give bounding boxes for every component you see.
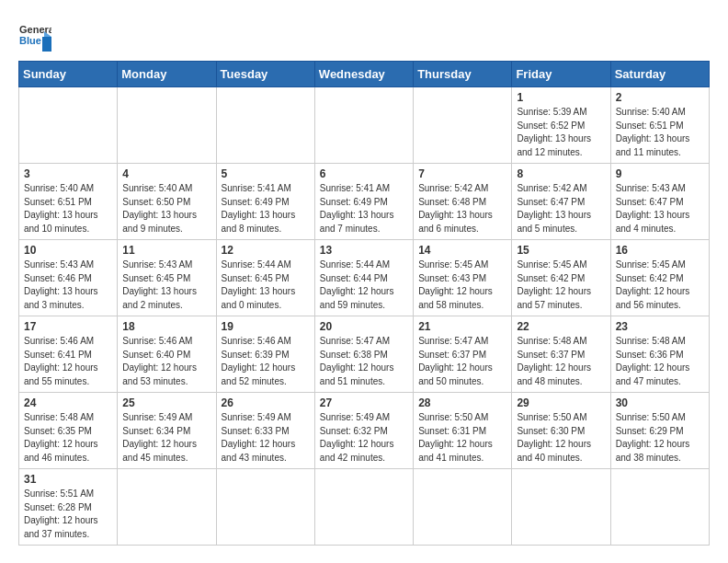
calendar-cell: 18Sunrise: 5:46 AM Sunset: 6:40 PM Dayli… [118, 316, 216, 393]
calendar-cell: 4Sunrise: 5:40 AM Sunset: 6:50 PM Daylig… [118, 164, 216, 240]
day-info: Sunrise: 5:48 AM Sunset: 6:36 PM Dayligh… [616, 335, 704, 388]
calendar-cell: 9Sunrise: 5:43 AM Sunset: 6:47 PM Daylig… [610, 164, 709, 240]
calendar-week-2: 3Sunrise: 5:40 AM Sunset: 6:51 PM Daylig… [19, 164, 710, 240]
calendar-cell [414, 87, 512, 164]
day-number: 23 [616, 320, 704, 333]
logo: General Blue [18, 18, 51, 52]
day-info: Sunrise: 5:41 AM Sunset: 6:49 PM Dayligh… [222, 182, 310, 236]
day-number: 20 [320, 320, 408, 333]
day-number: 24 [24, 396, 112, 409]
day-info: Sunrise: 5:46 AM Sunset: 6:41 PM Dayligh… [24, 335, 112, 388]
calendar-cell: 1Sunrise: 5:39 AM Sunset: 6:52 PM Daylig… [512, 87, 610, 164]
day-number: 3 [24, 167, 112, 180]
calendar-week-5: 24Sunrise: 5:48 AM Sunset: 6:35 PM Dayli… [19, 393, 710, 469]
calendar-cell: 16Sunrise: 5:45 AM Sunset: 6:42 PM Dayli… [610, 240, 709, 316]
day-number: 12 [222, 244, 310, 257]
weekday-header-wednesday: Wednesday [314, 62, 413, 87]
day-number: 7 [418, 167, 506, 180]
calendar-cell: 10Sunrise: 5:43 AM Sunset: 6:46 PM Dayli… [19, 240, 118, 316]
calendar-cell: 3Sunrise: 5:40 AM Sunset: 6:51 PM Daylig… [19, 164, 118, 240]
calendar-cell: 25Sunrise: 5:49 AM Sunset: 6:34 PM Dayli… [118, 393, 216, 469]
calendar-cell: 31Sunrise: 5:51 AM Sunset: 6:28 PM Dayli… [19, 469, 118, 546]
calendar-cell [314, 87, 413, 164]
weekday-header-monday: Monday [118, 62, 216, 87]
day-number: 17 [24, 320, 112, 333]
day-number: 1 [517, 91, 605, 104]
day-info: Sunrise: 5:47 AM Sunset: 6:38 PM Dayligh… [320, 335, 408, 388]
day-info: Sunrise: 5:46 AM Sunset: 6:40 PM Dayligh… [122, 335, 210, 388]
calendar-cell: 2Sunrise: 5:40 AM Sunset: 6:51 PM Daylig… [610, 87, 709, 164]
day-info: Sunrise: 5:49 AM Sunset: 6:33 PM Dayligh… [222, 411, 310, 465]
weekday-header-thursday: Thursday [414, 62, 512, 87]
svg-text:Blue: Blue [19, 35, 41, 46]
calendar-cell: 12Sunrise: 5:44 AM Sunset: 6:45 PM Dayli… [216, 240, 314, 316]
weekday-header-tuesday: Tuesday [216, 62, 314, 87]
day-number: 9 [616, 167, 704, 180]
day-number: 6 [320, 167, 408, 180]
calendar-cell: 5Sunrise: 5:41 AM Sunset: 6:49 PM Daylig… [216, 164, 314, 240]
day-info: Sunrise: 5:45 AM Sunset: 6:42 PM Dayligh… [517, 259, 605, 312]
day-number: 5 [222, 167, 310, 180]
day-number: 11 [122, 244, 210, 257]
day-number: 10 [24, 244, 112, 257]
day-info: Sunrise: 5:51 AM Sunset: 6:28 PM Dayligh… [24, 488, 112, 541]
calendar-cell: 21Sunrise: 5:47 AM Sunset: 6:37 PM Dayli… [414, 316, 512, 393]
calendar-table: SundayMondayTuesdayWednesdayThursdayFrid… [18, 61, 710, 546]
calendar-cell: 28Sunrise: 5:50 AM Sunset: 6:31 PM Dayli… [414, 393, 512, 469]
day-number: 21 [418, 320, 506, 333]
day-number: 13 [320, 244, 408, 257]
day-number: 27 [320, 396, 408, 409]
calendar-cell: 20Sunrise: 5:47 AM Sunset: 6:38 PM Dayli… [314, 316, 413, 393]
weekday-header-saturday: Saturday [610, 62, 709, 87]
calendar-cell: 14Sunrise: 5:45 AM Sunset: 6:43 PM Dayli… [414, 240, 512, 316]
day-number: 29 [517, 396, 605, 409]
day-info: Sunrise: 5:41 AM Sunset: 6:49 PM Dayligh… [320, 182, 408, 236]
calendar-cell [19, 87, 118, 164]
day-number: 16 [616, 244, 704, 257]
calendar-cell [414, 469, 512, 546]
calendar-cell [610, 469, 709, 546]
calendar-cell: 29Sunrise: 5:50 AM Sunset: 6:30 PM Dayli… [512, 393, 610, 469]
day-number: 4 [122, 167, 210, 180]
calendar-cell: 17Sunrise: 5:46 AM Sunset: 6:41 PM Dayli… [19, 316, 118, 393]
calendar-cell: 6Sunrise: 5:41 AM Sunset: 6:49 PM Daylig… [314, 164, 413, 240]
calendar-cell [314, 469, 413, 546]
calendar-week-4: 17Sunrise: 5:46 AM Sunset: 6:41 PM Dayli… [19, 316, 710, 393]
day-info: Sunrise: 5:40 AM Sunset: 6:51 PM Dayligh… [616, 106, 704, 159]
logo-icon: General Blue [18, 18, 51, 52]
calendar-cell: 24Sunrise: 5:48 AM Sunset: 6:35 PM Dayli… [19, 393, 118, 469]
day-info: Sunrise: 5:40 AM Sunset: 6:50 PM Dayligh… [122, 182, 210, 236]
calendar-cell: 15Sunrise: 5:45 AM Sunset: 6:42 PM Dayli… [512, 240, 610, 316]
calendar-cell: 7Sunrise: 5:42 AM Sunset: 6:48 PM Daylig… [414, 164, 512, 240]
calendar-week-1: 1Sunrise: 5:39 AM Sunset: 6:52 PM Daylig… [19, 87, 710, 164]
calendar-cell: 19Sunrise: 5:46 AM Sunset: 6:39 PM Dayli… [216, 316, 314, 393]
day-number: 31 [24, 473, 112, 486]
weekday-header-sunday: Sunday [19, 62, 118, 87]
day-number: 26 [222, 396, 310, 409]
day-info: Sunrise: 5:47 AM Sunset: 6:37 PM Dayligh… [418, 335, 506, 388]
calendar-cell: 13Sunrise: 5:44 AM Sunset: 6:44 PM Dayli… [314, 240, 413, 316]
day-info: Sunrise: 5:45 AM Sunset: 6:42 PM Dayligh… [616, 259, 704, 312]
calendar-cell: 27Sunrise: 5:49 AM Sunset: 6:32 PM Dayli… [314, 393, 413, 469]
day-number: 28 [418, 396, 506, 409]
calendar-cell [216, 87, 314, 164]
calendar-cell: 30Sunrise: 5:50 AM Sunset: 6:29 PM Dayli… [610, 393, 709, 469]
calendar-cell: 26Sunrise: 5:49 AM Sunset: 6:33 PM Dayli… [216, 393, 314, 469]
calendar-cell: 22Sunrise: 5:48 AM Sunset: 6:37 PM Dayli… [512, 316, 610, 393]
header: General Blue [18, 18, 710, 52]
day-info: Sunrise: 5:46 AM Sunset: 6:39 PM Dayligh… [222, 335, 310, 388]
day-info: Sunrise: 5:40 AM Sunset: 6:51 PM Dayligh… [24, 182, 112, 236]
day-info: Sunrise: 5:39 AM Sunset: 6:52 PM Dayligh… [517, 106, 605, 159]
day-number: 30 [616, 396, 704, 409]
day-info: Sunrise: 5:42 AM Sunset: 6:48 PM Dayligh… [418, 182, 506, 236]
calendar-cell: 8Sunrise: 5:42 AM Sunset: 6:47 PM Daylig… [512, 164, 610, 240]
day-number: 18 [122, 320, 210, 333]
day-info: Sunrise: 5:43 AM Sunset: 6:46 PM Dayligh… [24, 259, 112, 312]
day-number: 15 [517, 244, 605, 257]
day-info: Sunrise: 5:49 AM Sunset: 6:34 PM Dayligh… [122, 411, 210, 465]
day-info: Sunrise: 5:45 AM Sunset: 6:43 PM Dayligh… [418, 259, 506, 312]
day-info: Sunrise: 5:44 AM Sunset: 6:45 PM Dayligh… [222, 259, 310, 312]
day-info: Sunrise: 5:42 AM Sunset: 6:47 PM Dayligh… [517, 182, 605, 236]
calendar-week-3: 10Sunrise: 5:43 AM Sunset: 6:46 PM Dayli… [19, 240, 710, 316]
svg-marker-3 [42, 37, 51, 52]
